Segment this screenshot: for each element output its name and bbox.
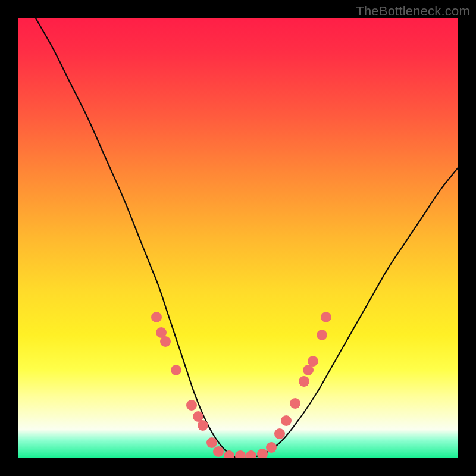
scatter-dot [281, 415, 292, 426]
scatter-dot [274, 428, 285, 439]
scatter-dot [160, 336, 171, 347]
scatter-dot [198, 420, 208, 431]
chart-frame: TheBottleneck.com [0, 0, 476, 476]
plot-area [18, 18, 458, 458]
watermark-text: TheBottleneck.com [356, 4, 470, 19]
scatter-dot [321, 312, 331, 322]
scatter-dot [317, 330, 327, 340]
curve-svg [18, 18, 458, 458]
scatter-dot [224, 450, 234, 458]
scatter-dot [290, 398, 300, 409]
scatter-dot [308, 356, 318, 367]
bottleneck-curve [36, 18, 458, 458]
scatter-dot [246, 450, 256, 458]
scatter-dot [299, 376, 309, 387]
scatter-dot [235, 450, 246, 458]
scatter-dot [213, 446, 224, 457]
scatter-dot [171, 365, 181, 375]
scatter-dot [186, 400, 197, 411]
scatter-dot [266, 442, 277, 453]
scatter-dot [151, 312, 162, 322]
